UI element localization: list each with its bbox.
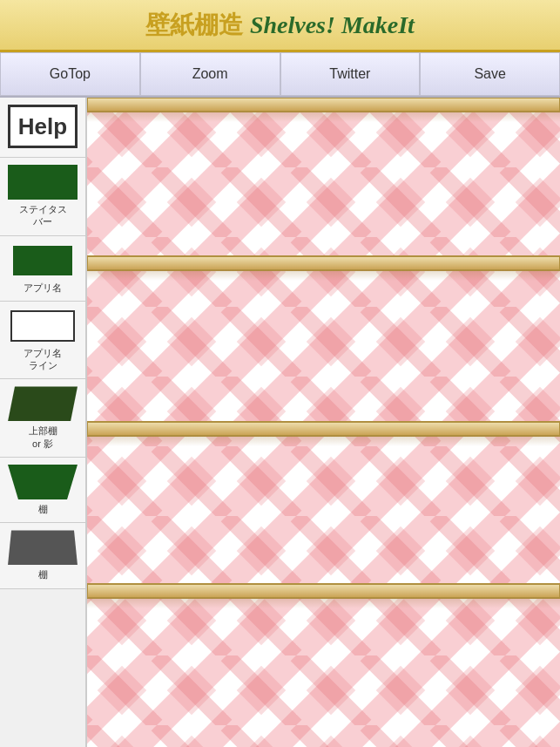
status-bar-swatch <box>8 165 78 200</box>
app-name-swatch <box>13 246 72 275</box>
svg-rect-11 <box>87 256 560 270</box>
sidebar-item-shelf1[interactable]: 棚 <box>0 458 85 523</box>
svg-rect-12 <box>87 270 560 281</box>
title-english: Shelves! MakeIt <box>250 11 415 38</box>
app-name-line-preview <box>8 309 78 343</box>
app-name-preview <box>8 243 78 278</box>
svg-rect-13 <box>87 422 560 436</box>
wallpaper-area[interactable] <box>87 98 560 747</box>
top-shelf-shadow-preview <box>8 386 78 421</box>
svg-rect-9 <box>87 98 560 112</box>
help-label: Help <box>18 113 67 140</box>
app-title: 壁紙棚造 Shelves! MakeIt <box>145 9 415 42</box>
app-header: 壁紙棚造 Shelves! MakeIt <box>0 0 560 52</box>
status-bar-label: ステイタスバー <box>19 203 67 228</box>
sidebar-item-top-shelf-shadow[interactable]: 上部棚or 影 <box>0 379 85 458</box>
sidebar-item-shelf2[interactable]: 棚 <box>0 523 85 588</box>
title-japanese: 壁紙棚造 <box>145 11 243 38</box>
shelf2-preview <box>8 530 78 565</box>
main-area: Help ステイタスバー アプリ名 アプリ名ライン <box>0 98 560 747</box>
shelf2-swatch <box>8 530 78 565</box>
zoom-button[interactable]: Zoom <box>140 52 280 96</box>
gotop-button[interactable]: GoTop <box>0 52 140 96</box>
sidebar: Help ステイタスバー アプリ名 アプリ名ライン <box>0 98 87 747</box>
app-name-line-label: アプリ名ライン <box>24 347 62 372</box>
shelf1-label: 棚 <box>38 503 48 515</box>
shelf1-swatch <box>8 465 78 499</box>
svg-rect-10 <box>87 112 560 122</box>
wallpaper-pattern <box>87 98 560 747</box>
status-bar-preview <box>8 165 78 200</box>
app-name-label: アプリ名 <box>24 282 62 294</box>
top-shelf-shadow-label: 上部棚or 影 <box>29 424 57 450</box>
sidebar-item-status-bar[interactable]: ステイタスバー <box>0 158 85 236</box>
sidebar-item-app-name-line[interactable]: アプリ名ライン <box>0 302 85 380</box>
shelf1-preview <box>8 465 78 499</box>
shelf-shadow-swatch <box>8 386 78 421</box>
shelf2-label: 棚 <box>38 568 48 581</box>
sidebar-item-app-name[interactable]: アプリ名 <box>0 236 85 302</box>
svg-rect-15 <box>87 584 560 598</box>
svg-rect-16 <box>87 598 560 608</box>
svg-rect-14 <box>87 436 560 446</box>
save-button[interactable]: Save <box>420 52 560 96</box>
twitter-button[interactable]: Twitter <box>280 52 421 96</box>
help-preview: Help <box>8 105 78 148</box>
toolbar: GoTop Zoom Twitter Save <box>0 52 560 98</box>
app-name-line-swatch <box>10 310 75 342</box>
sidebar-item-help[interactable]: Help <box>0 98 85 158</box>
